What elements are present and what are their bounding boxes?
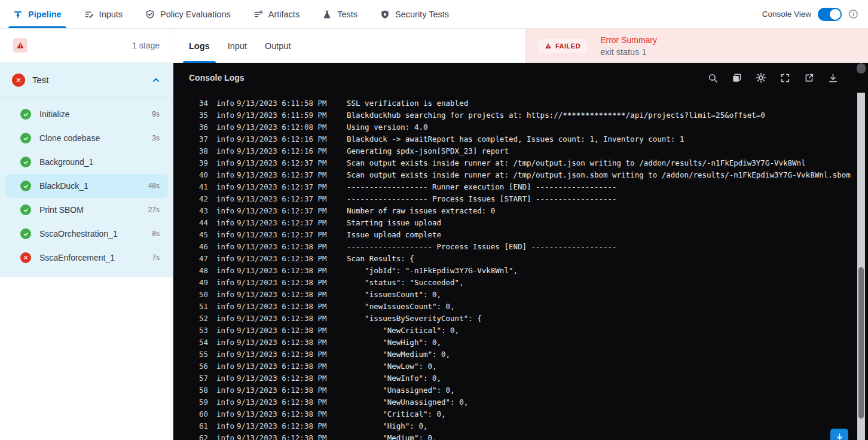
arrow-down-icon — [836, 433, 843, 440]
search-icon[interactable] — [708, 73, 718, 83]
log-message: "High": 0, — [347, 420, 855, 432]
log-level: info — [208, 396, 237, 408]
log-line: 50 info 9/13/2023 6:12:38 PM "issuesCoun… — [173, 289, 855, 301]
tab-security-tests-label: Security Tests — [395, 10, 449, 19]
log-line-number: 39 — [192, 157, 208, 169]
step-duration: 7s — [152, 253, 160, 262]
tab-inputs-label: Inputs — [99, 10, 123, 19]
info-icon[interactable] — [848, 9, 858, 19]
log-line-number: 47 — [192, 253, 208, 265]
step-row-sscaorchestration-1[interactable]: SscaOrchestration_1 8s — [5, 222, 168, 246]
log-level: info — [208, 133, 237, 145]
step-status-icon — [20, 204, 31, 215]
log-timestamp: 9/13/2023 6:12:37 PM — [237, 169, 347, 181]
log-timestamp: 9/13/2023 6:12:37 PM — [237, 217, 347, 229]
log-line-number: 49 — [192, 277, 208, 289]
tab-logs[interactable]: Logs — [189, 29, 210, 63]
stage-count-label: 1 stage — [132, 41, 160, 50]
log-line: 34 info 9/13/2023 6:11:58 PM SSL verific… — [173, 97, 855, 109]
log-line: 48 info 9/13/2023 6:12:38 PM "jobId": "-… — [173, 265, 855, 277]
failed-badge-label: FAILED — [555, 42, 580, 50]
tab-policy-evaluations[interactable]: Policy Evaluations — [145, 0, 231, 28]
log-line-number: 44 — [192, 217, 208, 229]
tab-artifacts[interactable]: Artifacts — [253, 0, 299, 28]
open-in-new-icon[interactable] — [804, 73, 814, 83]
log-message: Scan output exists inside runner at: /tm… — [347, 157, 855, 169]
tab-pipeline[interactable]: Pipeline — [13, 0, 62, 28]
log-message: "newIssuesCount": 0, — [347, 301, 855, 313]
tab-input[interactable]: Input — [228, 29, 247, 63]
log-line: 38 info 9/13/2023 6:12:16 PM Generating … — [173, 145, 855, 157]
step-detail-header: Logs Input Output FAILED Error Summary e… — [173, 29, 868, 63]
log-line: 35 info 9/13/2023 6:11:59 PM Blackduckhu… — [173, 109, 855, 121]
step-row-clone-codebase[interactable]: Clone codebase 3s — [5, 126, 168, 150]
step-row-initialize[interactable]: Initialize 9s — [5, 102, 168, 126]
log-line-number: 52 — [192, 313, 208, 325]
execution-sidebar: 1 stage Test Initialize 9s Clone — [0, 29, 173, 440]
log-line: 37 info 9/13/2023 6:12:16 PM Blackduck -… — [173, 133, 855, 145]
log-line-number: 41 — [192, 181, 208, 193]
log-timestamp: 9/13/2023 6:12:38 PM — [237, 253, 347, 265]
step-duration: 3s — [152, 134, 160, 142]
fullscreen-icon[interactable] — [780, 73, 790, 83]
log-line: 62 info 9/13/2023 6:12:38 PM "Medium": 0… — [173, 432, 855, 440]
log-line-number: 58 — [192, 384, 208, 396]
log-level: info — [208, 360, 237, 372]
log-line-number: 36 — [192, 121, 208, 133]
log-line: 47 info 9/13/2023 6:12:38 PM Scan Result… — [173, 253, 855, 265]
stage-failed-icon — [12, 74, 25, 87]
scroll-to-bottom-button[interactable] — [830, 429, 848, 440]
chevron-up-icon[interactable] — [151, 75, 161, 85]
step-row-sscaenforcement-1[interactable]: SscaEnforcement_1 7s — [5, 246, 168, 270]
step-name: Clone codebase — [39, 133, 143, 143]
log-timestamp: 9/13/2023 6:12:38 PM — [237, 241, 347, 253]
download-icon[interactable] — [828, 73, 838, 83]
log-line-number: 45 — [192, 229, 208, 241]
console-view-toggle[interactable] — [818, 8, 842, 21]
failed-status-badge: FAILED — [538, 39, 587, 53]
step-row-blackduck-1[interactable]: BlackDuck_1 48s — [5, 174, 168, 198]
log-level: info — [208, 325, 237, 337]
step-row-background-1[interactable]: Background_1 — [5, 150, 168, 174]
step-status-icon — [20, 252, 31, 263]
step-duration: 48s — [148, 182, 160, 190]
toggle-knob — [830, 9, 841, 20]
log-message: Starting issue upload — [347, 217, 855, 229]
tab-output[interactable]: Output — [265, 29, 291, 63]
log-message: Issue upload complete — [347, 229, 855, 241]
console-title: Console Logs — [189, 73, 244, 82]
settings-icon[interactable] — [756, 72, 766, 83]
tab-inputs[interactable]: Inputs — [84, 0, 123, 28]
log-level: info — [208, 145, 237, 157]
step-name: SscaOrchestration_1 — [39, 229, 143, 239]
log-message: "NewUnassigned": 0, — [347, 396, 855, 408]
console-scrollbar-track[interactable] — [857, 93, 865, 440]
stage-error-badge — [13, 38, 27, 53]
scrollbar-top-thumb[interactable] — [857, 63, 866, 74]
log-line-number: 40 — [192, 169, 208, 181]
log-level: info — [208, 289, 237, 301]
log-line: 51 info 9/13/2023 6:12:38 PM "newIssuesC… — [173, 301, 855, 313]
log-message: ------------------ Process Issues [START… — [347, 193, 855, 205]
log-line: 41 info 9/13/2023 6:12:37 PM -----------… — [173, 181, 855, 193]
log-level: info — [208, 229, 237, 241]
log-message: "issuesCount": 0, — [347, 289, 855, 301]
pipeline-execution-page: Pipeline Inputs Policy Evaluations Artif… — [0, 0, 868, 440]
copy-icon[interactable] — [732, 73, 742, 83]
log-level: info — [208, 169, 237, 181]
console-scrollbar-thumb[interactable] — [858, 267, 864, 418]
log-line-number: 57 — [192, 372, 208, 384]
log-timestamp: 9/13/2023 6:12:38 PM — [237, 289, 347, 301]
log-line-number: 37 — [192, 133, 208, 145]
tab-tests[interactable]: Tests — [322, 0, 357, 28]
step-row-print-sbom[interactable]: Print SBOM 27s — [5, 198, 168, 222]
step-name: Initialize — [39, 109, 143, 119]
log-line: 36 info 9/13/2023 6:12:08 PM Using versi… — [173, 121, 855, 133]
log-message: "status": "Succeeded", — [347, 277, 855, 289]
stage-row-test[interactable]: Test — [0, 63, 173, 97]
tab-security-tests[interactable]: Security Tests — [380, 0, 449, 28]
log-line: 54 info 9/13/2023 6:12:38 PM "NewHigh": … — [173, 337, 855, 349]
log-level: info — [208, 372, 237, 384]
log-level: info — [208, 241, 237, 253]
log-level: info — [208, 277, 237, 289]
